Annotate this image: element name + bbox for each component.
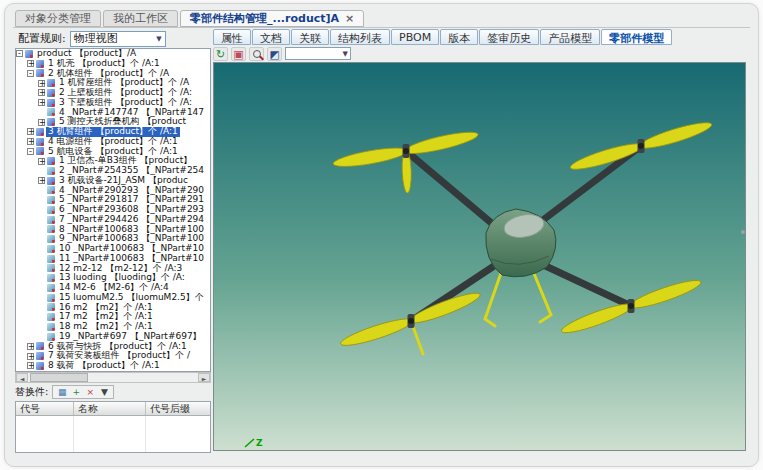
- expand-icon[interactable]: +: [38, 99, 45, 106]
- tree-row[interactable]: 7 _NPart#294426 【_NPart#294: [16, 215, 210, 225]
- tree-row[interactable]: 11 _NPart#100683 【_NPart#10: [16, 254, 210, 264]
- tree-row[interactable]: 15 luomuM2.5 【luomuM2.5】个: [16, 293, 210, 303]
- remove-replacement-icon[interactable]: ×: [84, 386, 96, 398]
- expand-icon[interactable]: +: [38, 80, 45, 87]
- detail-tab-8[interactable]: 产品模型: [540, 29, 600, 45]
- zoom-icon[interactable]: [249, 47, 264, 61]
- main-tab[interactable]: 零部件结构管理_...roduct]A×: [180, 10, 364, 27]
- capture-view-icon[interactable]: ▣: [231, 47, 246, 61]
- tree-row[interactable]: 2 _NPart#254355 【_NPart#254: [16, 166, 210, 176]
- tree-row[interactable]: 14 M2-6 【M2-6】个 /A:4: [16, 283, 210, 293]
- collapse-icon[interactable]: -: [27, 70, 34, 77]
- tree-row[interactable]: 4 _NPart#290293 【_NPart#290: [16, 186, 210, 196]
- tree-row[interactable]: 16 m2 【m2】个 /A:1: [16, 303, 210, 313]
- tree-row[interactable]: +1 卫信杰-单B3组件 【product】: [16, 156, 210, 166]
- tree-row[interactable]: +2 上壁板组件 【product】个 /A:: [16, 88, 210, 98]
- expand-icon[interactable]: +: [38, 177, 45, 184]
- detail-tab-4[interactable]: 结构列表: [330, 29, 390, 45]
- detail-tab-3[interactable]: 关联: [291, 29, 329, 45]
- tree-row[interactable]: 12 m2-12 【m2-12】个 /A:3: [16, 264, 210, 274]
- tree-row[interactable]: 19 _NPart#697 【_NPart#697】: [16, 332, 210, 342]
- column-header-3[interactable]: 代号后缀: [146, 402, 210, 415]
- part-icon: [47, 284, 55, 292]
- expand-icon[interactable]: +: [27, 353, 34, 360]
- tree-row[interactable]: +1 机臂座组件 【product】个 /A: [16, 78, 210, 88]
- expand-icon[interactable]: +: [38, 89, 45, 96]
- expand-icon[interactable]: +: [27, 128, 34, 135]
- replace-part-row: 替换件: ▦+×▼: [15, 385, 114, 399]
- detail-tab-2[interactable]: 文档: [252, 29, 290, 45]
- assembly-icon: [47, 157, 55, 165]
- scroll-right-arrow-icon[interactable]: ►: [198, 373, 210, 382]
- tree-row[interactable]: -2 机体组件 【product】个 /A: [16, 69, 210, 79]
- tree-row-label: 15 luomuM2.5 【luomuM2.5】个: [57, 293, 206, 303]
- scroll-track[interactable]: [88, 373, 198, 382]
- tree-row[interactable]: +3 机载设备-21J_ASM 【produc: [16, 176, 210, 186]
- main-tab[interactable]: 对象分类管理: [15, 10, 101, 27]
- tree-row[interactable]: 5 _NPart#291817 【_NPart#291: [16, 195, 210, 205]
- expand-icon[interactable]: +: [27, 138, 34, 145]
- collapse-icon[interactable]: -: [16, 50, 23, 57]
- part-icon: [47, 245, 55, 253]
- expand-icon[interactable]: +: [38, 158, 45, 165]
- tree-row[interactable]: 8 _NPart#100683 【_NPart#100: [16, 225, 210, 235]
- chevron-down-icon[interactable]: ▼: [98, 386, 110, 398]
- tree-row[interactable]: +4 电源组件 【product】个 /A:1: [16, 137, 210, 147]
- table-icon[interactable]: ▦: [56, 386, 68, 398]
- main-tab-label: 我的工作区: [113, 11, 168, 26]
- tree-row[interactable]: +7 载荷安装板组件 【product】个 /: [16, 351, 210, 361]
- expand-icon[interactable]: +: [27, 60, 34, 67]
- tree-row[interactable]: 17 m2 【m2】个 /A:1: [16, 312, 210, 322]
- assembly-icon: [47, 118, 55, 126]
- part-icon: [47, 303, 55, 311]
- tree-row[interactable]: +3 机臂组件 【product】个 /A:1: [16, 127, 210, 137]
- indent: [16, 258, 38, 259]
- config-rule-value: 物理视图: [74, 31, 118, 46]
- indent: [16, 317, 38, 318]
- tree-row[interactable]: 10 _NPart#100683 【_NPart#10: [16, 244, 210, 254]
- column-header-2[interactable]: 名称: [74, 402, 146, 415]
- indent: [16, 346, 27, 347]
- main-tab[interactable]: 我的工作区: [103, 10, 178, 27]
- column-header-1[interactable]: 代号: [16, 402, 74, 415]
- tree-row[interactable]: -5 航电设备 【product】个 /A:1: [16, 147, 210, 157]
- scroll-thumb[interactable]: [30, 373, 88, 382]
- expand-icon[interactable]: +: [27, 362, 34, 369]
- indent: [16, 102, 38, 103]
- tree-row[interactable]: 9 _NPart#100683 【_NPart#100: [16, 234, 210, 244]
- part-icon: [47, 167, 55, 175]
- collapse-icon[interactable]: -: [27, 148, 34, 155]
- tree-row[interactable]: +5 测控天线折叠机构 【product: [16, 117, 210, 127]
- close-tab-icon[interactable]: ×: [345, 13, 354, 24]
- 3d-viewport[interactable]: Z: [213, 62, 746, 451]
- config-rule-select[interactable]: 物理视图 ▼: [70, 31, 166, 47]
- detail-tab-5[interactable]: PBOM: [391, 29, 439, 45]
- add-replacement-icon[interactable]: +: [70, 386, 82, 398]
- detail-tab-1[interactable]: 属性: [213, 29, 251, 45]
- detail-tab-9[interactable]: 零部件模型: [601, 29, 672, 45]
- assembly-icon: [36, 138, 44, 146]
- app-window: 对象分类管理我的工作区零部件结构管理_...roduct]A× 配置规则: 物理…: [4, 3, 759, 467]
- tree-horizontal-scrollbar[interactable]: ◄ ►: [15, 372, 211, 383]
- scroll-left-arrow-icon[interactable]: ◄: [16, 373, 28, 382]
- tree-row[interactable]: 13 luoding 【luoding】个 /A:: [16, 273, 210, 283]
- tree-row[interactable]: 6 _NPart#293608 【_NPart#293: [16, 205, 210, 215]
- expand-icon[interactable]: +: [38, 119, 45, 126]
- tree-row[interactable]: +6 载荷与快拆 【product】个 /A:1: [16, 342, 210, 352]
- tree-row[interactable]: +3 下壁板组件 【product】个 /A:: [16, 98, 210, 108]
- splitter-handle-dot[interactable]: [741, 230, 745, 234]
- view-config-dropdown[interactable]: ▼: [285, 47, 351, 60]
- refresh-view-icon[interactable]: ↻: [213, 47, 228, 61]
- tree-row[interactable]: +1 机壳 【product】个 /A:1: [16, 59, 210, 69]
- tree-row[interactable]: 18 m2 【m2】个 /A:1: [16, 322, 210, 332]
- tree-row[interactable]: +8 载荷 【product】个 /A:1: [16, 361, 210, 371]
- part-icon: [47, 323, 55, 331]
- detail-tab-7[interactable]: 签审历史: [479, 29, 539, 45]
- expand-icon[interactable]: +: [27, 343, 34, 350]
- assembly-icon: [47, 79, 55, 87]
- model-cube-icon[interactable]: ◩: [267, 47, 282, 61]
- viewport-background: [214, 63, 746, 451]
- detail-tab-6[interactable]: 版本: [440, 29, 478, 45]
- tree-row[interactable]: -product 【product】/A: [16, 49, 210, 59]
- tree-row[interactable]: 4 _NPart#147747 【_NPart#147: [16, 108, 210, 118]
